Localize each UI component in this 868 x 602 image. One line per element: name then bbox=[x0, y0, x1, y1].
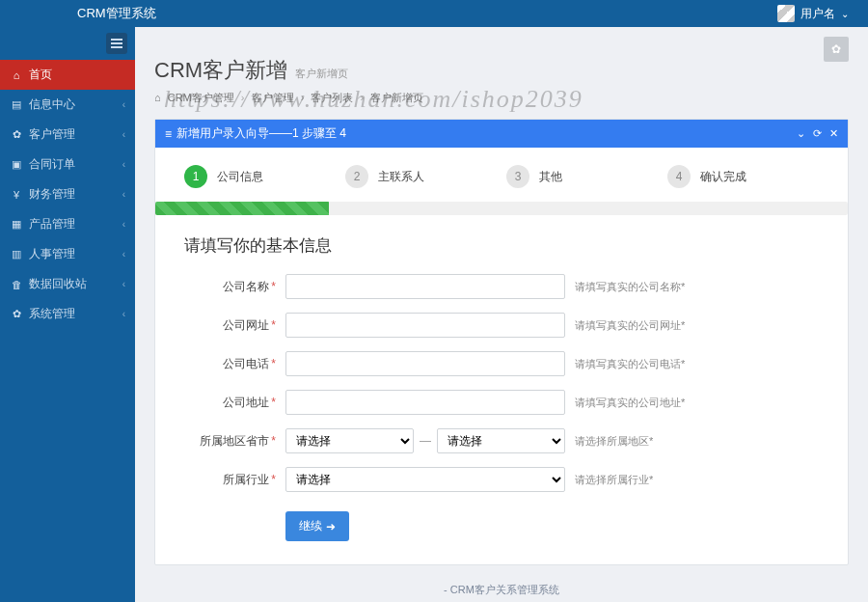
sidebar-item-label: 合同订单 bbox=[29, 156, 75, 173]
panel-header: ≡ 新增用户录入向导——1 步骤至 4 ⌄ ⟳ ✕ bbox=[155, 120, 848, 148]
company-name-input[interactable] bbox=[285, 274, 565, 299]
breadcrumb-item: 客户新增页 bbox=[370, 92, 423, 103]
sidebar-item-info[interactable]: ▤信息中心‹ bbox=[0, 90, 135, 120]
page-subtitle: 客户新增页 bbox=[295, 67, 348, 81]
avatar bbox=[777, 5, 795, 22]
sidebar-item-system[interactable]: ✿系统管理‹ bbox=[0, 299, 135, 329]
wizard-step-1[interactable]: 1公司信息 bbox=[184, 165, 336, 188]
sidebar-item-label: 系统管理 bbox=[29, 306, 75, 322]
hamburger-icon bbox=[111, 42, 122, 44]
sidebar-item-home[interactable]: ⌂首页 bbox=[0, 60, 135, 90]
sidebar-item-label: 人事管理 bbox=[29, 246, 75, 262]
home-icon: ⌂ bbox=[10, 69, 23, 81]
close-icon[interactable]: ✕ bbox=[829, 127, 838, 140]
top-bar: CRM管理系统 用户名 ⌄ bbox=[0, 0, 868, 27]
collapse-icon[interactable]: ⌄ bbox=[797, 127, 805, 140]
chevron-left-icon: ‹ bbox=[122, 99, 125, 110]
sidebar-item-contract[interactable]: ▣合同订单‹ bbox=[0, 150, 135, 179]
footer-text: - CRM客户关系管理系统 bbox=[154, 583, 849, 597]
refresh-icon[interactable]: ⟳ bbox=[813, 127, 822, 140]
panel-title: 新增用户录入向导——1 步骤至 4 bbox=[176, 125, 346, 142]
chevron-left-icon: ‹ bbox=[122, 249, 125, 260]
settings-button[interactable]: ✿ bbox=[824, 37, 849, 62]
sidebar-item-recycle[interactable]: 🗑数据回收站‹ bbox=[0, 269, 135, 299]
label-company-phone: 公司电话 bbox=[223, 357, 269, 370]
grid-icon: ▥ bbox=[10, 248, 23, 260]
breadcrumb-item[interactable]: 客户列表 bbox=[311, 92, 353, 103]
menu-icon: ≡ bbox=[165, 127, 171, 141]
dash-separator: — bbox=[420, 434, 431, 448]
progress-bar bbox=[155, 202, 848, 215]
user-name: 用户名 bbox=[800, 6, 835, 22]
doc-icon: ▣ bbox=[10, 158, 23, 171]
trash-icon: 🗑 bbox=[10, 279, 23, 290]
region-city-select[interactable]: 请选择 bbox=[437, 428, 565, 453]
chevron-left-icon: ‹ bbox=[122, 279, 125, 289]
sidebar-item-label: 数据回收站 bbox=[29, 276, 87, 292]
sidebar: ⌂首页 ▤信息中心‹ ✿客户管理‹ ▣合同订单‹ ¥财务管理‹ ▦产品管理‹ ▥… bbox=[0, 27, 135, 602]
main-content: ✿ https://www.huzhan.com/ishop2039 CRM客户… bbox=[135, 27, 868, 602]
chevron-left-icon: ‹ bbox=[122, 219, 125, 230]
yen-icon: ¥ bbox=[10, 189, 23, 201]
gear-icon: ✿ bbox=[10, 308, 23, 320]
form-heading: 请填写你的基本信息 bbox=[184, 234, 819, 257]
industry-select[interactable]: 请选择 bbox=[285, 467, 565, 492]
company-addr-input[interactable] bbox=[285, 390, 565, 415]
region-province-select[interactable]: 请选择 bbox=[285, 428, 414, 453]
label-company-url: 公司网址 bbox=[223, 318, 269, 332]
list-icon: ▤ bbox=[10, 98, 23, 111]
chevron-left-icon: ‹ bbox=[122, 309, 125, 319]
sidebar-item-label: 财务管理 bbox=[29, 186, 75, 203]
breadcrumb: ⌂ CRM客户管理 › 客户管理 › 客户列表 › 客户新增页 bbox=[154, 91, 849, 105]
wizard-step-2[interactable]: 2主联系人 bbox=[345, 165, 497, 188]
arrow-right-icon: ➜ bbox=[326, 520, 336, 534]
label-company-name: 公司名称 bbox=[223, 280, 269, 293]
brand-title: CRM管理系统 bbox=[77, 5, 156, 22]
grid-icon: ▦ bbox=[10, 218, 23, 231]
wizard-steps: 1公司信息 2主联系人 3其他 4确认完成 bbox=[155, 148, 848, 202]
continue-button[interactable]: 继续 ➜ bbox=[285, 511, 349, 541]
wizard-panel: ≡ 新增用户录入向导——1 步骤至 4 ⌄ ⟳ ✕ 1公司信息 2主联系人 3其… bbox=[154, 119, 849, 565]
page-title: CRM客户新增 bbox=[154, 56, 287, 85]
wizard-step-3[interactable]: 3其他 bbox=[506, 165, 658, 188]
wizard-step-4[interactable]: 4确认完成 bbox=[667, 165, 819, 188]
user-menu[interactable]: 用户名 ⌄ bbox=[777, 5, 849, 22]
gear-icon: ✿ bbox=[831, 42, 841, 56]
breadcrumb-item[interactable]: 客户管理 bbox=[252, 92, 294, 103]
home-icon: ⌂ bbox=[154, 92, 161, 103]
chevron-left-icon: ‹ bbox=[122, 129, 125, 140]
gear-icon: ✿ bbox=[10, 128, 23, 141]
sidebar-item-hr[interactable]: ▥人事管理‹ bbox=[0, 239, 135, 269]
chevron-left-icon: ‹ bbox=[122, 159, 125, 170]
sidebar-item-label: 首页 bbox=[29, 67, 52, 83]
sidebar-item-finance[interactable]: ¥财务管理‹ bbox=[0, 179, 135, 209]
sidebar-item-label: 信息中心 bbox=[29, 96, 75, 113]
chevron-down-icon: ⌄ bbox=[841, 9, 849, 19]
sidebar-item-label: 产品管理 bbox=[29, 216, 75, 233]
sidebar-item-label: 客户管理 bbox=[29, 126, 75, 143]
label-industry: 所属行业 bbox=[223, 473, 269, 486]
label-company-addr: 公司地址 bbox=[223, 396, 269, 409]
company-url-input[interactable] bbox=[285, 313, 565, 338]
sidebar-toggle[interactable] bbox=[106, 33, 127, 54]
chevron-left-icon: ‹ bbox=[122, 189, 125, 200]
label-region: 所属地区省市 bbox=[200, 434, 269, 448]
progress-fill bbox=[155, 202, 329, 215]
sidebar-item-customer[interactable]: ✿客户管理‹ bbox=[0, 120, 135, 150]
sidebar-item-product[interactable]: ▦产品管理‹ bbox=[0, 209, 135, 239]
company-phone-input[interactable] bbox=[285, 351, 565, 376]
breadcrumb-item[interactable]: CRM客户管理 bbox=[168, 92, 234, 103]
